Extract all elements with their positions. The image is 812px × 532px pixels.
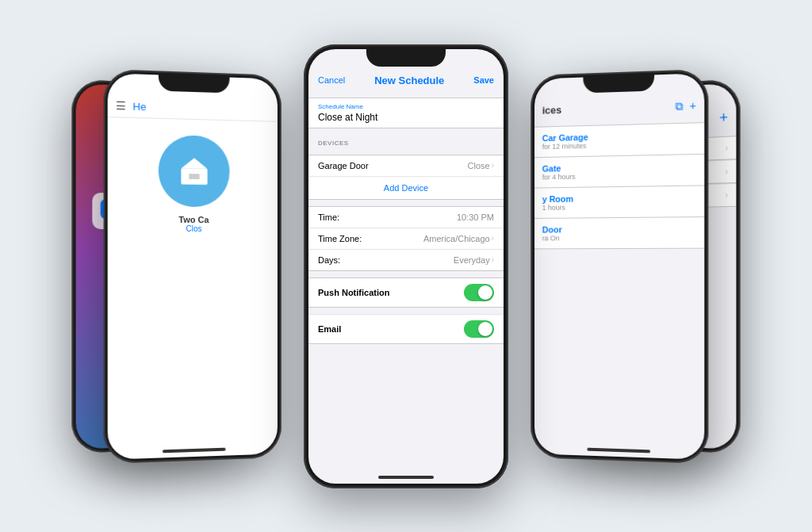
device-item-sub-4: ra On xyxy=(542,233,696,242)
add-device-button[interactable]: Add Device xyxy=(308,176,504,199)
device-row-label: Garage Door xyxy=(318,161,369,170)
time-label: Time: xyxy=(318,212,339,222)
device-item-2[interactable]: Gate for 4 hours xyxy=(534,154,704,188)
devices-section: Garage Door Close › Add Device xyxy=(308,155,504,200)
myq-screen: ☰ He Two Ca Clos xyxy=(108,73,278,460)
time-value: 10:30 PM xyxy=(457,212,494,222)
devices-section-header: DEVICES xyxy=(308,135,504,148)
myq-screen-inner: ☰ He Two Ca Clos xyxy=(108,73,278,460)
device-name: Two Ca xyxy=(178,214,209,224)
device-row[interactable]: Garage Door Close › xyxy=(308,155,504,176)
timezone-row[interactable]: Time Zone: America/Chicago › xyxy=(308,228,504,249)
home-bar-center xyxy=(378,476,434,479)
devices-screen-inner: ices ⧉ + Car Garage for 12 minutes Gate … xyxy=(534,73,704,460)
timezone-value: America/Chicago › xyxy=(423,234,494,243)
add-device-icon[interactable]: + xyxy=(690,99,696,113)
days-label: Days: xyxy=(318,255,340,265)
schedule-screen: Cancel New Schedule Save Schedule Name C… xyxy=(308,49,504,484)
device-circle[interactable] xyxy=(158,134,229,207)
garage-icon xyxy=(178,155,210,187)
devices-title: ices xyxy=(542,104,562,117)
myq-header-title: He xyxy=(132,100,146,113)
device-item-sub-3: 1 hours xyxy=(542,201,696,211)
schedule-name-value: Close at Night xyxy=(318,112,494,123)
save-button[interactable]: Save xyxy=(473,75,494,85)
notch-right-front xyxy=(583,75,654,93)
schedule-name-field[interactable]: Schedule Name Close at Night xyxy=(308,98,504,128)
email-toggle[interactable] xyxy=(464,320,494,338)
myq-device-card: Two Ca Clos xyxy=(108,117,278,249)
device-action-value: Close xyxy=(468,161,490,170)
email-row: Email xyxy=(308,314,504,344)
days-row[interactable]: Days: Everyday › xyxy=(308,249,504,270)
time-row[interactable]: Time: 10:30 PM xyxy=(308,207,504,228)
device-item-1[interactable]: Car Garage for 12 minutes xyxy=(534,122,704,158)
notch-left-front xyxy=(158,75,229,93)
device-row-chevron: › xyxy=(492,161,494,170)
devices-header-icons: ⧉ + xyxy=(675,99,696,113)
days-value: Everyday › xyxy=(454,255,494,265)
devices-header: ices ⧉ + xyxy=(534,94,704,121)
scene: 9:4 Tuesday, myQ Two Car Garage was open… xyxy=(25,17,787,516)
device-item-name-4: Door xyxy=(542,224,696,234)
schedule-screen-inner: Cancel New Schedule Save Schedule Name C… xyxy=(308,49,504,484)
device-status: Clos xyxy=(186,224,202,232)
timezone-label: Time Zone: xyxy=(318,234,362,243)
schedule-nav: Cancel New Schedule Save xyxy=(308,71,504,91)
device-row-value: Close › xyxy=(468,161,494,170)
hamburger-icon[interactable]: ☰ xyxy=(116,99,126,113)
grid-view-icon[interactable]: ⧉ xyxy=(675,99,683,113)
cancel-button[interactable]: Cancel xyxy=(318,75,345,85)
time-section: Time: 10:30 PM Time Zone: America/Chicag… xyxy=(308,206,504,271)
timezone-chevron: › xyxy=(492,234,494,243)
days-chevron: › xyxy=(492,255,494,264)
push-notification-label: Push Notification xyxy=(318,288,389,297)
device-item-4[interactable]: Door ra On xyxy=(534,217,704,249)
schedule-name-section: Schedule Name Close at Night xyxy=(308,98,504,128)
push-notification-row: Push Notification xyxy=(308,277,504,308)
svg-rect-2 xyxy=(189,174,199,179)
email-label: Email xyxy=(318,324,341,334)
phone-right-front: ices ⧉ + Car Garage for 12 minutes Gate … xyxy=(530,68,708,463)
schedule-name-label: Schedule Name xyxy=(318,103,494,110)
devices-screen: ices ⧉ + Car Garage for 12 minutes Gate … xyxy=(534,73,704,460)
push-notification-toggle[interactable] xyxy=(464,284,494,301)
phone-center: Cancel New Schedule Save Schedule Name C… xyxy=(304,44,508,488)
notch-center xyxy=(366,49,446,67)
nav-title: New Schedule xyxy=(374,75,444,86)
guests-plus-button[interactable]: + xyxy=(719,109,728,126)
device-item-3[interactable]: y Room 1 hours xyxy=(534,186,704,219)
phone-left-front: ☰ He Two Ca Clos xyxy=(104,68,282,463)
